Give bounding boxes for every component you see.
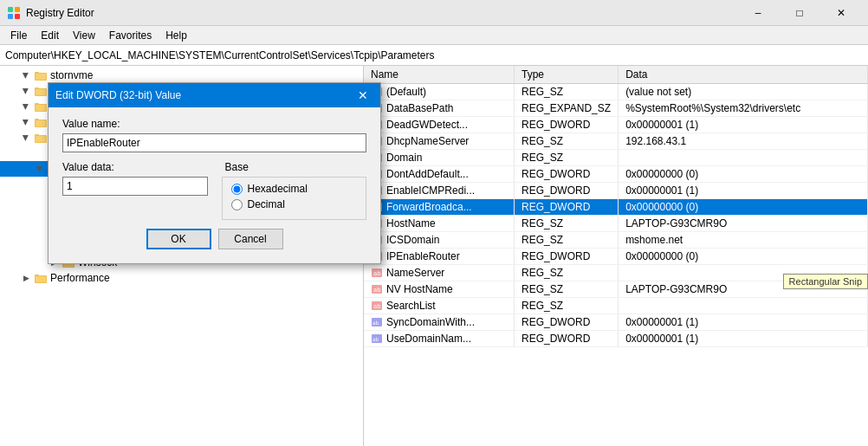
- reg-type-icon: ab: [371, 284, 383, 294]
- svg-rect-3: [15, 14, 20, 19]
- address-bar: Computer\HKEY_LOCAL_MACHINE\SYSTEM\Curre…: [0, 45, 868, 66]
- table-row[interactable]: abNV HostName REG_SZ LAPTOP-G93CMR9O: [364, 281, 868, 297]
- table-row[interactable]: abUseDomainNam... REG_DWORD 0x00000001 (…: [364, 330, 868, 346]
- tree-arrow-open: ▶: [21, 133, 31, 143]
- svg-text:ab: ab: [372, 320, 379, 326]
- cell-type: REG_SZ: [514, 83, 618, 100]
- table-row[interactable]: abDhcpNameServer REG_SZ 192.168.43.1: [364, 133, 868, 149]
- ok-button[interactable]: OK: [146, 229, 211, 249]
- folder-icon: [34, 100, 48, 113]
- close-button[interactable]: ✕: [821, 0, 861, 26]
- value-data-input[interactable]: [62, 177, 208, 196]
- dialog-close-button[interactable]: ✕: [353, 85, 373, 106]
- cell-data: 192.168.43.1: [619, 133, 868, 149]
- cell-data: 0x00000001 (1): [619, 330, 868, 346]
- cell-type: REG_SZ: [514, 231, 618, 248]
- cancel-button[interactable]: Cancel: [218, 229, 283, 249]
- hex-label-text: Hexadecimal: [248, 183, 308, 195]
- value-data-wrap: Value data:: [62, 161, 208, 220]
- svg-rect-6: [36, 74, 46, 80]
- folder-icon: [34, 69, 48, 81]
- tree-label: stornvme: [50, 69, 93, 81]
- menu-view[interactable]: View: [66, 28, 102, 43]
- menu-edit[interactable]: Edit: [34, 28, 66, 43]
- table-row[interactable]: ab(Default) REG_SZ (value not set): [364, 83, 868, 100]
- svg-rect-2: [8, 14, 13, 19]
- table-row[interactable]: abHostName REG_SZ LAPTOP-G93CMR9O: [364, 215, 868, 231]
- value-name-input[interactable]: [62, 133, 366, 152]
- table-row[interactable]: abNameServer REG_SZ: [364, 264, 868, 281]
- table-row[interactable]: abICSDomain REG_SZ mshome.net: [364, 231, 868, 248]
- cell-data: LAPTOP-G93CMR9O: [619, 281, 868, 297]
- table-row[interactable]: abSearchList REG_SZ: [364, 297, 868, 313]
- cell-type: REG_SZ: [514, 215, 618, 231]
- cell-type: REG_DWORD: [514, 313, 618, 330]
- dec-label-text: Decimal: [248, 198, 285, 210]
- table-row[interactable]: abDataBasePath REG_EXPAND_SZ %SystemRoot…: [364, 100, 868, 116]
- dec-radio[interactable]: [231, 199, 243, 210]
- hex-radio[interactable]: [231, 184, 243, 195]
- table-row[interactable]: abForwardBroadca... REG_DWORD 0x00000000…: [364, 198, 868, 215]
- table-row[interactable]: abDeadGWDetect... REG_DWORD 0x00000001 (…: [364, 116, 868, 133]
- cell-name: abICSDomain: [364, 231, 514, 248]
- cell-type: REG_EXPAND_SZ: [514, 100, 618, 116]
- cell-name: abIPEnableRouter: [364, 248, 514, 264]
- cell-type: REG_SZ: [514, 281, 618, 297]
- right-pane[interactable]: Name Type Data ab(Default) REG_SZ (value…: [364, 66, 868, 446]
- menu-file[interactable]: File: [3, 28, 34, 43]
- cell-name: abUseDomainNam...: [364, 330, 514, 346]
- tree-item[interactable]: ▶ stornvme: [0, 68, 363, 83]
- cell-data: 0x00000000 (0): [619, 165, 868, 182]
- cell-name: abDataBasePath: [364, 100, 514, 116]
- cell-name: ab(Default): [364, 83, 514, 100]
- cell-data: mshome.net: [619, 231, 868, 248]
- cell-data: 0x00000001 (1): [619, 116, 868, 133]
- hex-radio-label[interactable]: Hexadecimal: [231, 183, 358, 195]
- cell-data: [619, 149, 868, 165]
- minimize-button[interactable]: –: [738, 0, 778, 26]
- cell-name: abDomain: [364, 149, 514, 165]
- cell-data: 0x00000001 (1): [619, 182, 868, 198]
- cell-name: abDeadGWDetect...: [364, 116, 514, 133]
- table-row[interactable]: abSyncDomainWith... REG_DWORD 0x00000001…: [364, 313, 868, 330]
- title-bar-controls: – □ ✕: [738, 0, 861, 26]
- dialog-title-text: Edit DWORD (32-bit) Value: [55, 89, 353, 101]
- dec-radio-label[interactable]: Decimal: [231, 198, 358, 210]
- cell-type: REG_SZ: [514, 133, 618, 149]
- col-header-data: Data: [619, 66, 868, 83]
- svg-rect-9: [36, 89, 46, 95]
- app-icon: [7, 6, 21, 20]
- svg-text:ab: ab: [373, 270, 380, 277]
- tree-arrow-open: ▶: [35, 164, 45, 174]
- cell-type: REG_SZ: [514, 297, 618, 313]
- tree-label: Performance: [50, 272, 110, 284]
- cell-name: abDontAddDefault...: [364, 165, 514, 182]
- table-row[interactable]: abEnableICMPRedi... REG_DWORD 0x00000001…: [364, 182, 868, 198]
- cell-type: REG_DWORD: [514, 116, 618, 133]
- dialog-title-bar: Edit DWORD (32-bit) Value ✕: [49, 83, 380, 107]
- value-data-label: Value data:: [62, 161, 208, 173]
- table-row[interactable]: abDontAddDefault... REG_DWORD 0x00000000…: [364, 165, 868, 182]
- cell-data: 0x00000000 (0): [619, 248, 868, 264]
- folder-icon: [34, 116, 48, 128]
- svg-rect-45: [36, 276, 46, 282]
- title-bar: Registry Editor – □ ✕: [0, 0, 868, 26]
- table-row[interactable]: abDomain REG_SZ: [364, 149, 868, 165]
- menu-favorites[interactable]: Favorites: [102, 28, 159, 43]
- cell-name: abForwardBroadca...: [364, 198, 514, 215]
- folder-icon: [34, 85, 48, 97]
- cell-type: REG_SZ: [514, 264, 618, 281]
- table-row[interactable]: abIPEnableRouter REG_DWORD 0x00000000 (0…: [364, 248, 868, 264]
- cell-name: abEnableICMPRedi...: [364, 182, 514, 198]
- cell-name: abNV HostName: [364, 281, 514, 297]
- tree-item[interactable]: ▶ Performance: [0, 270, 363, 286]
- reg-type-icon: ab: [371, 317, 383, 327]
- base-label: Base: [222, 161, 367, 173]
- cell-name: abNameServer: [364, 264, 514, 281]
- maximize-button[interactable]: □: [780, 0, 819, 26]
- cell-data: [619, 297, 868, 313]
- svg-text:ab: ab: [373, 287, 380, 294]
- dialog-buttons: OK Cancel: [62, 229, 366, 253]
- svg-text:ab: ab: [372, 336, 379, 342]
- menu-help[interactable]: Help: [159, 28, 194, 43]
